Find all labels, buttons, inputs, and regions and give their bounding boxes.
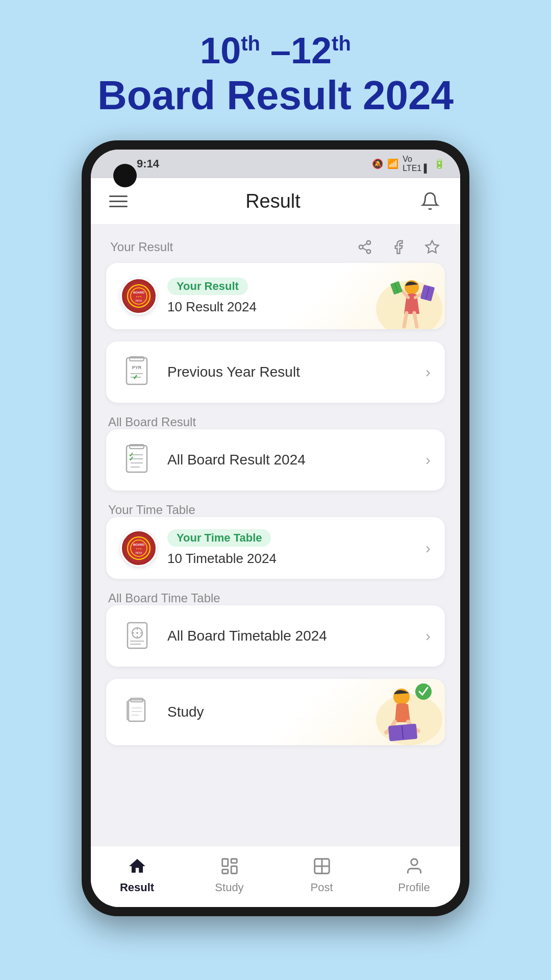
- nav-post-label: Post: [310, 881, 333, 894]
- camera: [113, 164, 137, 187]
- title-line1: 10th –12th: [20, 31, 531, 71]
- all-board-result-card[interactable]: All Board Result 2024 ›: [106, 429, 445, 491]
- status-bar: 9:14 🔕 📶 VoLTE1 ▌ 🔋: [91, 150, 460, 178]
- your-time-table-badge: Your Time Table: [167, 529, 271, 547]
- svg-text:BOARD: BOARD: [133, 291, 145, 294]
- your-time-table-card[interactable]: BOARD ✦✦✦ INDIA Your Time Table 10 Timet…: [106, 517, 445, 579]
- page-header: 10th –12th Board Result 2024: [0, 0, 551, 135]
- previous-year-label: Previous Year Result: [167, 364, 425, 380]
- all-board-result-label: All Board Result: [106, 415, 196, 429]
- study-card[interactable]: Study: [106, 679, 445, 745]
- your-time-table-chevron: ›: [425, 540, 431, 557]
- nav-post[interactable]: Post: [276, 854, 368, 894]
- share-icon[interactable]: [354, 236, 375, 258]
- all-board-timetable-chevron: ›: [425, 627, 431, 645]
- timetable-doc-icon: [120, 618, 157, 654]
- svg-rect-47: [127, 701, 129, 720]
- main-content: Your Result: [91, 224, 460, 846]
- study-icon: [120, 694, 157, 730]
- all-board-timetable-card[interactable]: All Board Timetable 2024 ›: [106, 605, 445, 667]
- previous-year-card[interactable]: PYR Previous Year Result ›: [106, 341, 445, 403]
- study-illustration: [353, 679, 445, 745]
- svg-rect-55: [231, 866, 237, 873]
- profile-nav-icon: [403, 854, 426, 878]
- all-board-result-item: All Board Result 2024: [167, 452, 425, 468]
- your-result-header: Your Result: [106, 236, 445, 258]
- phone-frame: 9:14 🔕 📶 VoLTE1 ▌ 🔋 Result: [82, 140, 469, 916]
- svg-line-4: [363, 243, 367, 246]
- svg-text:INDIA: INDIA: [135, 551, 142, 554]
- board-emblem: BOARD ✦✦✦ INDIA: [120, 278, 157, 314]
- facebook-icon[interactable]: [388, 236, 409, 258]
- svg-point-52: [415, 683, 432, 700]
- all-board-timetable-item: All Board Timetable 2024: [167, 628, 425, 644]
- svg-point-1: [359, 245, 363, 249]
- your-result-badge: Your Result: [167, 278, 248, 295]
- nav-profile-label: Profile: [398, 881, 430, 894]
- your-result-card[interactable]: BOARD ✦✦✦ INDIA Your Result 10 Result 20…: [106, 263, 445, 329]
- timetable-emblem: BOARD ✦✦✦ INDIA: [120, 530, 157, 567]
- status-time: 9:14: [137, 157, 159, 170]
- svg-point-2: [367, 250, 371, 254]
- your-time-table-subtitle: 10 Timetable 2024: [167, 551, 425, 567]
- nav-title: Result: [245, 190, 300, 212]
- previous-year-chevron: ›: [425, 363, 431, 381]
- your-time-table-text: Your Time Table 10 Timetable 2024: [167, 529, 425, 567]
- nav-study[interactable]: Study: [183, 854, 276, 894]
- svg-line-3: [363, 248, 367, 251]
- post-nav-icon: [310, 854, 334, 878]
- bottom-nav: Result Study: [91, 846, 460, 907]
- top-nav: Result: [91, 178, 460, 224]
- status-icons: 🔕 📶 VoLTE1 ▌ 🔋: [372, 155, 445, 173]
- your-time-table-label: Your Time Table: [106, 503, 195, 517]
- nav-result[interactable]: Result: [91, 854, 183, 894]
- nav-study-label: Study: [215, 881, 243, 894]
- home-icon: [126, 854, 149, 878]
- result-action-icons: [354, 236, 443, 258]
- svg-rect-42: [129, 700, 145, 721]
- phone-screen: 9:14 🔕 📶 VoLTE1 ▌ 🔋 Result: [91, 150, 460, 907]
- svg-text:INDIA: INDIA: [135, 299, 142, 302]
- svg-rect-56: [222, 869, 228, 873]
- menu-button[interactable]: [109, 195, 128, 207]
- all-board-result-chevron: ›: [425, 451, 431, 469]
- nav-profile[interactable]: Profile: [368, 854, 460, 894]
- svg-text:✦✦✦: ✦✦✦: [136, 295, 142, 298]
- svg-text:BOARD: BOARD: [133, 543, 145, 546]
- study-nav-icon: [218, 854, 241, 878]
- star-icon[interactable]: [421, 236, 443, 258]
- mute-icon: 🔕: [372, 158, 383, 169]
- result-illustration: [363, 268, 445, 329]
- battery-icon: 🔋: [434, 158, 445, 169]
- svg-text:✦✦✦: ✦✦✦: [136, 547, 142, 550]
- svg-point-60: [411, 859, 417, 865]
- svg-point-0: [367, 241, 371, 245]
- svg-rect-17: [127, 358, 147, 384]
- bell-button[interactable]: [418, 188, 442, 214]
- svg-marker-5: [426, 241, 439, 253]
- your-result-label: Your Result: [108, 240, 173, 254]
- signal-icon: VoLTE1 ▌: [403, 155, 430, 173]
- svg-rect-53: [222, 859, 228, 866]
- all-board-icon: [120, 442, 157, 478]
- svg-text:PYR: PYR: [132, 365, 142, 370]
- title-line2: Board Result 2024: [20, 71, 531, 120]
- svg-point-35: [136, 632, 138, 634]
- svg-rect-54: [231, 859, 237, 863]
- nav-result-label: Result: [120, 881, 154, 894]
- wifi-icon: 📶: [387, 158, 398, 169]
- all-board-timetable-label: All Board Time Table: [106, 591, 220, 605]
- pyr-icon: PYR: [120, 354, 157, 390]
